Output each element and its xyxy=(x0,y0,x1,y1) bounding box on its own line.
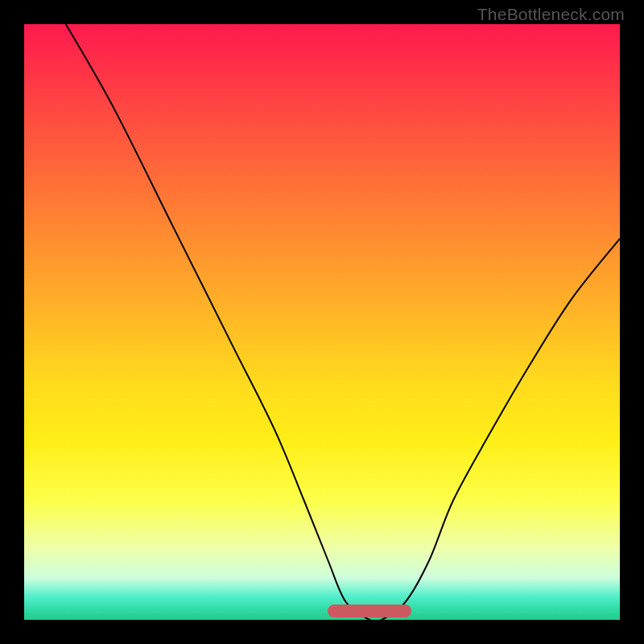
optimal-range-bar xyxy=(328,605,411,617)
plot-area xyxy=(24,24,620,620)
watermark-text: TheBottleneck.com xyxy=(477,5,625,24)
chart-container: TheBottleneck.com xyxy=(0,0,644,644)
bottleneck-curve xyxy=(24,24,620,620)
